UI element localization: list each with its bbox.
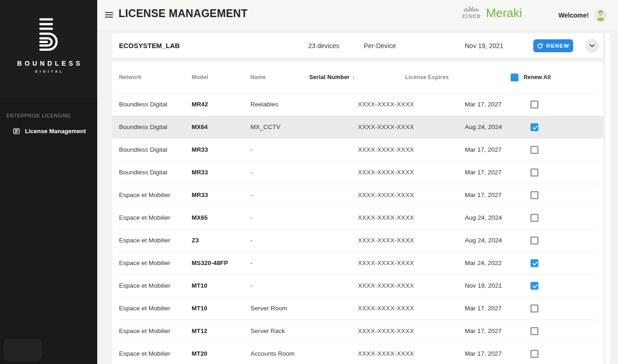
app-window: BOUNDLESS DIGITAL ENTERPRISE LICENSING L… — [0, 0, 618, 364]
table-header-row: Network Model Name Serial Number ↑ Licen… — [112, 62, 603, 93]
cell-model: MX65 — [192, 206, 208, 229]
cell-license-expires: Mar 17, 2027 — [465, 93, 502, 116]
column-header-serial-number[interactable]: Serial Number ↑ — [309, 62, 355, 93]
cell-network: Espace et Mobilier — [119, 297, 170, 320]
cell-network: Espace et Mobilier — [119, 320, 170, 342]
cell-license-expires: Aug 24, 2024 — [465, 116, 502, 138]
cell-network: Espace et Mobilier — [119, 274, 170, 297]
cell-model: MT10 — [192, 274, 207, 297]
column-header-model[interactable]: Model — [192, 62, 208, 93]
menu-icon[interactable] — [105, 12, 113, 18]
cell-model: MR33 — [192, 161, 208, 184]
cell-serial-number: XXXX-XXXX-XXXX — [358, 138, 414, 161]
cell-model: Z3 — [192, 229, 199, 252]
renew-all-header: Renew All — [511, 62, 551, 93]
devices-table: Network Model Name Serial Number ↑ Licen… — [112, 62, 603, 364]
table-row: Boundless DigitalMR33-XXXX-XXXX-XXXXMar … — [112, 161, 603, 184]
table-row: Espace et MobilierMT20Accounts RoomXXXX-… — [112, 342, 603, 364]
cell-model: MS320-48FP — [192, 252, 228, 274]
renew-checkbox[interactable] — [531, 304, 538, 312]
renew-checkbox[interactable] — [531, 168, 538, 176]
expand-row-button[interactable] — [585, 39, 599, 53]
topbar: LICENSE MANAGEMENT cisco — [97, 0, 618, 30]
cell-serial-number: XXXX-XXXX-XXXX — [358, 161, 414, 184]
cell-network: Boundless Digital — [119, 116, 167, 138]
cell-name: - — [250, 229, 253, 252]
renew-checkbox[interactable] — [531, 214, 538, 222]
license-management-icon — [13, 128, 20, 135]
cell-license-expires: Mar 17, 2027 — [465, 138, 502, 161]
sort-asc-icon: ↑ — [352, 74, 355, 81]
brand-logo: BOUNDLESS DIGITAL — [0, 17, 97, 74]
welcome-text: Welcome! — [558, 12, 589, 19]
renew-checkbox[interactable] — [531, 146, 538, 154]
cell-name: - — [250, 184, 253, 206]
page-title: LICENSE MANAGEMENT — [119, 7, 248, 20]
cell-license-expires: Mar 17, 2027 — [465, 297, 502, 320]
cell-name: Server Rack — [250, 320, 285, 342]
cell-network: Espace et Mobilier — [119, 184, 170, 206]
device-count: 23 devices — [308, 33, 339, 58]
cisco-meraki-logo: cisco Meraki — [462, 6, 522, 19]
table-row: Boundless DigitalMR33-XXXX-XXXX-XXXXMar … — [112, 138, 603, 161]
table-row: Espace et MobilierMX65-XXXX-XXXX-XXXXAug… — [112, 206, 603, 229]
brand-subtitle: DIGITAL — [0, 69, 97, 74]
cell-model: MR33 — [192, 184, 208, 206]
cell-serial-number: XXXX-XXXX-XXXX — [358, 229, 414, 252]
cell-network: Espace et Mobilier — [119, 206, 170, 229]
sidebar-divider — [0, 98, 97, 99]
sidebar: BOUNDLESS DIGITAL ENTERPRISE LICENSING L… — [0, 0, 97, 364]
sidebar-item-label: License Management — [25, 128, 86, 135]
cell-license-expires: Mar 24, 2022 — [465, 252, 502, 274]
cell-serial-number: XXXX-XXXX-XXXX — [358, 206, 414, 229]
renew-button[interactable]: RENEW — [533, 39, 573, 52]
renew-checkbox[interactable] — [531, 282, 538, 290]
cell-name: Accounts Room — [250, 342, 294, 364]
table-row: Espace et MobilierZ3-XXXX-XXXX-XXXXAug 2… — [112, 229, 603, 252]
expiration-date: Nov 19, 2021 — [465, 33, 503, 58]
renew-checkbox[interactable] — [531, 327, 538, 335]
table-row: Espace et MobilierMR33-XXXX-XXXX-XXXXMar… — [112, 184, 603, 206]
cell-name: - — [250, 138, 253, 161]
renew-checkbox[interactable] — [531, 100, 538, 108]
cell-license-expires: Aug 24, 2024 — [465, 206, 502, 229]
cell-license-expires: Mar 17, 2027 — [465, 342, 502, 364]
column-header-network[interactable]: Network — [119, 62, 142, 93]
table-row: Boundless DigitalMX64MX_CCTVXXXX-XXXX-XX… — [112, 116, 603, 138]
cell-network: Boundless Digital — [119, 138, 167, 161]
organization-name: ECOSYSTEM_LAB — [119, 33, 180, 58]
cell-serial-number: XXXX-XXXX-XXXX — [358, 116, 414, 138]
cisco-logo: cisco — [462, 6, 481, 19]
renew-checkbox[interactable] — [531, 350, 538, 358]
chevron-down-icon — [589, 44, 595, 48]
renew-checkbox[interactable] — [531, 236, 538, 244]
cell-name: Reelables — [250, 93, 278, 116]
refresh-icon — [537, 43, 543, 49]
cell-name: Server Room — [250, 297, 287, 320]
renew-checkbox[interactable] — [531, 191, 538, 199]
scrollbar-track[interactable] — [606, 33, 610, 364]
renew-checkbox[interactable] — [531, 123, 538, 131]
column-header-license-expires[interactable]: License Expires — [405, 62, 449, 93]
cell-serial-number: XXXX-XXXX-XXXX — [358, 274, 414, 297]
meraki-wordmark: Meraki — [486, 7, 522, 19]
sidebar-section-label: ENTERPRISE LICENSING — [6, 113, 71, 118]
cell-license-expires: Nov 19, 2021 — [465, 274, 502, 297]
renew-all-checkbox[interactable] — [511, 74, 518, 81]
cell-serial-number: XXXX-XXXX-XXXX — [358, 320, 414, 342]
cell-network: Boundless Digital — [119, 161, 167, 184]
renew-checkbox[interactable] — [531, 259, 538, 267]
cell-model: MT20 — [192, 342, 207, 364]
cell-model: MX64 — [192, 116, 208, 138]
table-row: Espace et MobilierMT10-XXXX-XXXX-XXXXNov… — [112, 274, 603, 297]
sidebar-item-license-management[interactable]: License Management — [0, 124, 97, 138]
cell-license-expires: Mar 17, 2027 — [465, 320, 502, 342]
user-avatar[interactable] — [594, 9, 607, 21]
cell-name: - — [250, 206, 253, 229]
cell-name: - — [250, 161, 253, 184]
table-row: Boundless DigitalMR42ReelablesXXXX-XXXX-… — [112, 93, 603, 116]
cell-serial-number: XXXX-XXXX-XXXX — [358, 93, 414, 116]
column-header-name[interactable]: Name — [250, 62, 266, 93]
boundless-logo-icon — [32, 17, 65, 52]
cell-serial-number: XXXX-XXXX-XXXX — [358, 297, 414, 320]
